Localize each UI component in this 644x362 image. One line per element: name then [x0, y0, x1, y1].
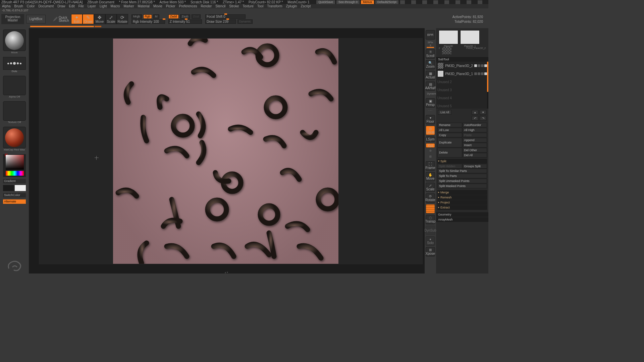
- ghost-button[interactable]: DynSub: [426, 226, 435, 235]
- menu-texture[interactable]: Texture: [243, 4, 254, 8]
- menu-tool[interactable]: Tool: [257, 4, 263, 8]
- rgb-button[interactable]: Rgb: [143, 14, 152, 19]
- rgb-intensity-slider[interactable]: Rgb Intensity 100: [131, 19, 165, 24]
- floor-button[interactable]: ▾Floor: [426, 115, 435, 124]
- quicksave-button[interactable]: QuickSave: [316, 0, 335, 4]
- max-button[interactable]: [467, 0, 471, 4]
- menu-zscript[interactable]: Zscript: [301, 4, 311, 8]
- alpha-thumb[interactable]: Alpha Off: [3, 76, 26, 95]
- menu-edit[interactable]: Edit: [69, 4, 75, 8]
- duplicate-button[interactable]: Duplicate: [437, 138, 462, 147]
- arrow-left-button[interactable]: ↶: [472, 116, 478, 121]
- merge-header[interactable]: Merge: [437, 190, 487, 195]
- menu-zplugin[interactable]: Zplugin: [286, 4, 297, 8]
- xyz-button[interactable]: Xyz: [426, 143, 435, 148]
- center-icon[interactable]: ⊙: [427, 149, 434, 154]
- tool-thumb-1[interactable]: Plane3D: [439, 30, 458, 44]
- split-header[interactable]: Split: [437, 159, 487, 164]
- split-masked-button[interactable]: Split Masked Points: [437, 184, 487, 188]
- texture-thumb[interactable]: Texture Off: [3, 101, 26, 121]
- menu-picker[interactable]: Picker: [166, 4, 175, 8]
- canvas-area[interactable]: ▴▾: [29, 28, 425, 274]
- layout-b-button[interactable]: [411, 0, 416, 4]
- alternate-button[interactable]: Alternate: [3, 199, 26, 204]
- focal-shift-slider[interactable]: Focal Shift 0: [205, 14, 246, 19]
- seethrough-slider[interactable]: See-through 0: [336, 0, 360, 4]
- split-unmasked-button[interactable]: Split Unmasked Points: [437, 179, 487, 183]
- menu-marker[interactable]: Marker: [123, 4, 134, 8]
- menu-movie[interactable]: Movie: [153, 4, 162, 8]
- nav-scale-button[interactable]: ⤢Scale: [426, 183, 435, 192]
- menu-color[interactable]: Color: [27, 4, 35, 8]
- zoom-button[interactable]: 🔍Zoom: [426, 60, 435, 69]
- history-bar[interactable]: [30, 25, 458, 27]
- insert-button[interactable]: Insert: [463, 143, 487, 147]
- draw-mode-button[interactable]: ✎Draw: [83, 14, 94, 24]
- projection-master-button[interactable]: ProjectionMaster: [1, 14, 24, 24]
- solo-button[interactable]: ●Solo: [426, 236, 435, 246]
- allhigh-button[interactable]: All High: [463, 128, 487, 132]
- split-similar-button[interactable]: Split To Similar Parts: [437, 169, 487, 173]
- draw-size-slider[interactable]: Draw Size 239: [205, 19, 236, 24]
- menu-stencil[interactable]: Stencil: [215, 4, 225, 8]
- arrow-right-button[interactable]: ↷: [480, 116, 486, 121]
- menu-alpha[interactable]: Alpha: [2, 4, 11, 8]
- rename-button[interactable]: Rename: [437, 123, 462, 127]
- material-thumb[interactable]: MatCap Red Wax: [3, 127, 26, 148]
- eye-icon[interactable]: [474, 64, 477, 67]
- rotate-mode-button[interactable]: ⟳Rotate: [117, 14, 128, 24]
- nav-move-button[interactable]: ✋Move: [426, 172, 435, 181]
- brush-thumb[interactable]: Move: [3, 29, 26, 51]
- delete-button[interactable]: Delete: [437, 148, 462, 158]
- main-color-swatch[interactable]: [3, 185, 14, 191]
- canvas-resize-handle[interactable]: ▴▾: [225, 271, 229, 274]
- actual-button[interactable]: ▦Actual: [426, 71, 435, 80]
- groups-split-button[interactable]: Groups Split: [463, 164, 487, 169]
- subtool-scrollbar[interactable]: [487, 62, 488, 109]
- eye2-icon[interactable]: [484, 64, 487, 67]
- arraymesh-header[interactable]: ArrayMesh: [436, 217, 488, 222]
- nav-rotate-button[interactable]: ⟳Rotate: [426, 193, 435, 203]
- menu-file[interactable]: File: [78, 4, 84, 8]
- quicksketch-button[interactable]: QuickSketch: [53, 16, 69, 22]
- paste-button[interactable]: Paste: [463, 133, 487, 137]
- m-button[interactable]: M: [153, 14, 159, 19]
- delother-button[interactable]: Del Other: [463, 148, 487, 153]
- remesh-header[interactable]: Remesh: [437, 195, 487, 200]
- local-button[interactable]: ◎Local: [426, 126, 435, 135]
- menu-material[interactable]: Material: [138, 4, 150, 8]
- defaultzscript-button[interactable]: DefaultZScript: [375, 0, 398, 4]
- bpr-button[interactable]: BPR: [426, 30, 435, 40]
- lsym-button[interactable]: LSym: [426, 136, 435, 142]
- spix-slider[interactable]: SPix 3: [427, 41, 434, 46]
- color-picker[interactable]: [3, 154, 26, 177]
- aa-half-button[interactable]: ▤AAHalf: [426, 81, 435, 91]
- alllow-button[interactable]: All Low: [437, 128, 462, 132]
- mini-thumb[interactable]: [442, 47, 451, 54]
- z-intensity-slider[interactable]: Z Intensity 51: [168, 19, 202, 24]
- move-down-button[interactable]: ▾: [480, 110, 486, 115]
- split-parts-button[interactable]: Split To Parts: [437, 174, 487, 178]
- layout-d-button[interactable]: [433, 0, 438, 4]
- polyframe-button[interactable]: [426, 204, 435, 214]
- append-button[interactable]: Append: [463, 138, 487, 142]
- subtool-header[interactable]: SubTool: [436, 57, 488, 62]
- menu-stroke[interactable]: Stroke: [229, 4, 239, 8]
- autoreorder-button[interactable]: AutoReorder: [463, 123, 487, 127]
- scale-mode-button[interactable]: ⤢Scale: [105, 14, 117, 24]
- frame-button[interactable]: ⛶Frame: [426, 161, 435, 171]
- menu-layer[interactable]: Layer: [88, 4, 96, 8]
- copy-button[interactable]: Copy: [437, 133, 462, 137]
- geometry-header[interactable]: Geometry: [436, 212, 488, 217]
- lightbox-button[interactable]: LightBox: [26, 15, 46, 23]
- menu-macro[interactable]: Macro: [111, 4, 120, 8]
- menu-light[interactable]: Light: [100, 4, 107, 8]
- subtool-row[interactable]: PM3D_Plane3D_1: [436, 70, 488, 78]
- subtool-row[interactable]: PM3D_Plane3D_2: [436, 62, 488, 70]
- layout-c-button[interactable]: [422, 0, 427, 4]
- dynamic-button[interactable]: Dynamic: [237, 19, 253, 24]
- persp-button[interactable]: ▣Persp: [426, 98, 435, 108]
- gradient-button[interactable]: Gradient: [3, 179, 26, 183]
- prefs-button[interactable]: [444, 0, 449, 4]
- menu-document[interactable]: Document: [39, 4, 54, 8]
